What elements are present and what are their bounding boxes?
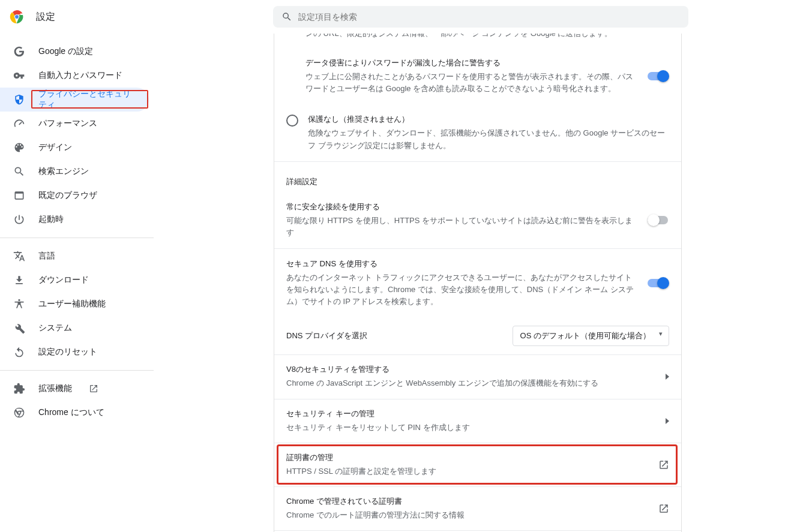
search-box[interactable] <box>273 6 688 28</box>
row-title: セキュア DNS を使用する <box>286 259 638 269</box>
row-desc: あなたのインターネット トラフィックにアクセスできるユーザーに、あなたがアクセス… <box>286 272 638 308</box>
sidebar-item-privacy[interactable]: プライバシーとセキュリティ <box>0 88 149 112</box>
partial-visible-desc: ンの URL、限定的なシステム情報、一部のページ コンテンツを Google に… <box>274 34 681 48</box>
sidebar-item-about[interactable]: Chrome について <box>0 401 149 425</box>
sidebar-item-label: ユーザー補助機能 <box>38 299 106 309</box>
sidebar-item-label: Chrome について <box>38 407 104 418</box>
extension-icon <box>13 383 25 395</box>
sidebar-item-appearance[interactable]: デザイン <box>0 136 149 160</box>
sidebar-item-system[interactable]: システム <box>0 316 149 340</box>
sidebar-item-accessibility[interactable]: ユーザー補助機能 <box>0 292 149 316</box>
row-dns-provider: DNS プロバイダを選択 OS のデフォルト（使用可能な場合） <box>274 317 681 355</box>
power-icon <box>13 214 25 226</box>
toggle-https-first[interactable] <box>648 214 669 226</box>
row-title: 証明書の管理 <box>286 452 658 463</box>
row-desc: Chrome の JavaScript エンジンと WebAssembly エン… <box>286 377 666 389</box>
row-certificates[interactable]: 証明書の管理 HTTPS / SSL の証明書と設定を管理します <box>274 443 681 487</box>
sidebar-item-performance[interactable]: パフォーマンス <box>0 112 149 136</box>
row-title: V8のセキュリティを管理する <box>286 364 666 375</box>
sidebar-item-label: 既定のブラウザ <box>38 190 97 201</box>
sidebar-item-label: デザイン <box>38 142 72 153</box>
row-https-first: 常に安全な接続を使用する 可能な限り HTTPS を使用し、HTTPS をサポー… <box>274 192 681 249</box>
row-title: 常に安全な接続を使用する <box>286 202 638 212</box>
search-icon <box>281 11 292 22</box>
row-desc: Chrome でのルート証明書の管理方法に関する情報 <box>286 509 658 521</box>
sidebar-item-google[interactable]: Google の設定 <box>0 40 149 64</box>
sidebar-item-languages[interactable]: 言語 <box>0 244 149 268</box>
row-chrome-certificates[interactable]: Chrome で管理されている証明書 Chrome でのルート証明書の管理方法に… <box>274 487 681 531</box>
sidebar-item-label: 起動時 <box>38 214 64 225</box>
sidebar-item-label: Google の設定 <box>38 46 93 57</box>
search-input[interactable] <box>298 12 680 22</box>
speedometer-icon <box>13 118 25 130</box>
toggle-password-leak[interactable] <box>648 70 669 82</box>
sidebar-item-search[interactable]: 検索エンジン <box>0 160 149 184</box>
row-desc: 危険なウェブサイト、ダウンロード、拡張機能から保護されていません。他の Goog… <box>308 127 669 151</box>
sidebar-item-label: ダウンロード <box>38 275 89 285</box>
chevron-right-icon <box>666 418 669 424</box>
row-title: データ侵害によりパスワードが漏洩した場合に警告する <box>305 58 638 68</box>
section-heading-advanced: 詳細設定 <box>274 162 681 192</box>
row-desc: HTTPS / SSL の証明書と設定を管理します <box>286 465 658 477</box>
sidebar-item-autofill[interactable]: 自動入力とパスワード <box>0 64 149 88</box>
sidebar-item-reset[interactable]: 設定のリセット <box>0 340 149 364</box>
row-v8-security[interactable]: V8のセキュリティを管理する Chrome の JavaScript エンジンと… <box>274 355 681 399</box>
row-desc: 可能な限り HTTPS を使用し、HTTPS をサポートしていないサイトは読み込… <box>286 215 638 239</box>
sidebar-item-label: パフォーマンス <box>38 118 97 129</box>
sidebar-item-label: 自動入力とパスワード <box>38 70 122 81</box>
key-icon <box>13 70 25 82</box>
shield-icon <box>13 94 25 106</box>
sidebar: Google の設定 自動入力とパスワード プライバシーとセキュリティ パフォー… <box>0 34 154 425</box>
dns-provider-label: DNS プロバイダを選択 <box>286 330 367 341</box>
main-panel: ンの URL、限定的なシステム情報、一部のページ コンテンツを Google に… <box>274 34 682 532</box>
sidebar-item-downloads[interactable]: ダウンロード <box>0 268 149 292</box>
row-title: 保護なし（推奨されません） <box>308 114 669 125</box>
row-password-leak: データ侵害によりパスワードが漏洩した場合に警告する ウェブ上に公開されたことがあ… <box>274 48 681 104</box>
search-icon <box>13 166 25 178</box>
row-title: セキュリティ キーの管理 <box>286 408 666 419</box>
wrench-icon <box>13 322 25 334</box>
sidebar-item-label: プライバシーとセキュリティ <box>38 89 136 110</box>
sidebar-item-label: 言語 <box>38 251 55 262</box>
download-icon <box>13 274 25 286</box>
chevron-right-icon <box>666 374 669 380</box>
sidebar-separator <box>0 370 154 371</box>
accessibility-icon <box>13 298 25 310</box>
radio-no-protection[interactable] <box>286 115 298 127</box>
window-icon <box>13 190 25 202</box>
sidebar-separator <box>0 238 154 238</box>
row-secure-dns: セキュア DNS を使用する あなたのインターネット トラフィックにアクセスでき… <box>274 249 681 317</box>
dns-provider-select[interactable]: OS のデフォルト（使用可能な場合） <box>513 326 669 346</box>
sidebar-item-extensions[interactable]: 拡張機能 <box>0 377 149 401</box>
reset-icon <box>13 346 25 358</box>
row-desc: セキュリティ キーをリセットして PIN を作成します <box>286 422 666 434</box>
search-wrap <box>273 6 688 28</box>
translate-icon <box>13 250 25 262</box>
toggle-secure-dns[interactable] <box>648 277 669 289</box>
dns-provider-selected: OS のデフォルト（使用可能な場合） <box>520 331 651 340</box>
palette-icon <box>13 142 25 154</box>
chrome-logo-icon <box>10 10 24 24</box>
open-external-icon <box>658 503 669 514</box>
row-security-keys[interactable]: セキュリティ キーの管理 セキュリティ キーをリセットして PIN を作成します <box>274 399 681 443</box>
sidebar-item-label: 設定のリセット <box>38 347 97 357</box>
page-title: 設定 <box>36 11 55 23</box>
open-external-icon <box>658 459 669 470</box>
topbar: 設定 <box>0 0 788 34</box>
sidebar-item-onstartup[interactable]: 起動時 <box>0 208 149 232</box>
google-g-icon <box>13 46 25 58</box>
row-no-protection[interactable]: 保護なし（推奨されません） 危険なウェブサイト、ダウンロード、拡張機能から保護さ… <box>274 104 681 161</box>
sidebar-item-label: システム <box>38 323 72 333</box>
open-external-icon <box>89 384 98 393</box>
row-desc: ウェブ上に公開されたことがあるパスワードを使用すると警告が表示されます。その際、… <box>305 71 638 95</box>
chrome-outline-icon <box>13 407 25 419</box>
row-title: Chrome で管理されている証明書 <box>286 496 658 507</box>
sidebar-item-label: 検索エンジン <box>38 166 89 177</box>
sidebar-item-label: 拡張機能 <box>38 383 72 394</box>
sidebar-item-default-browser[interactable]: 既定のブラウザ <box>0 184 149 208</box>
